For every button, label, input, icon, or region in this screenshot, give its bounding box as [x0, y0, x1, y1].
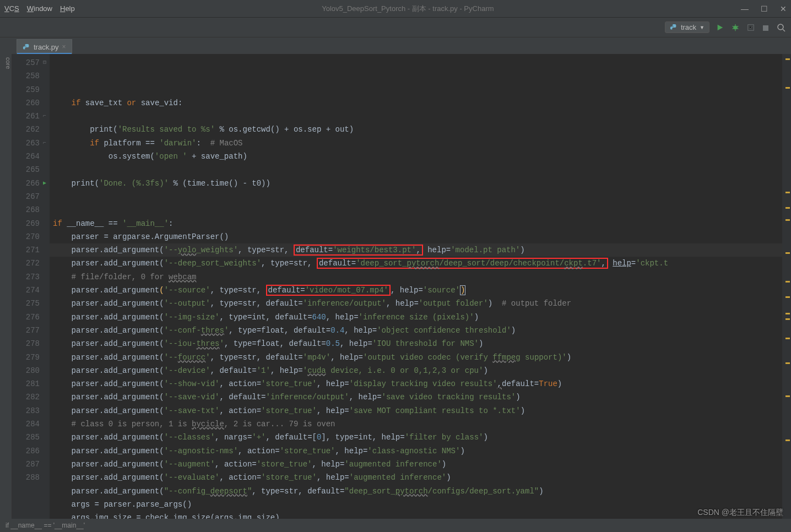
svg-rect-3: [763, 25, 768, 31]
editor[interactable]: 2572582592602612622632642652662672682692…: [12, 54, 791, 519]
run-config-name: track: [681, 23, 696, 31]
side-tool-label[interactable]: core: [0, 54, 12, 519]
line-gutter: 2572582592602612622632642652662672682692…: [12, 54, 50, 519]
run-icon[interactable]: [716, 23, 724, 32]
titlebar: VCS Window Help Yolov5_DeepSort_Pytorch …: [0, 0, 791, 18]
chevron-down-icon: ▼: [700, 25, 705, 30]
watermark: CSDN @老王且不住隔壁: [697, 508, 783, 518]
code-area[interactable]: if save_txt or save_vid: print('Results …: [50, 54, 782, 519]
menu-window[interactable]: Window: [27, 4, 52, 13]
coverage-icon[interactable]: [747, 23, 755, 32]
breadcrumb-bar: if __name__ == '__main__': [0, 519, 791, 532]
maximize-icon[interactable]: ☐: [761, 4, 768, 13]
close-icon[interactable]: ✕: [780, 4, 787, 13]
tab-label: track.py: [34, 43, 59, 51]
tab-close-icon[interactable]: ×: [62, 43, 66, 51]
menu-vcs[interactable]: VCS: [4, 4, 19, 13]
stop-icon[interactable]: [762, 23, 769, 31]
marker-strip[interactable]: [782, 54, 791, 519]
toolbar: track ▼: [0, 18, 791, 37]
debug-icon[interactable]: [732, 23, 739, 32]
svg-point-4: [778, 24, 783, 30]
window-title: Yolov5_DeepSort_Pytorch - 副本 - track.py …: [75, 4, 741, 14]
editor-main: core 25725825926026126226326426526626726…: [0, 54, 791, 519]
window-controls: ― ☐ ✕: [741, 4, 787, 13]
svg-point-0: [672, 25, 673, 25]
run-config-dropdown[interactable]: track ▼: [665, 21, 709, 34]
minimize-icon[interactable]: ―: [741, 4, 749, 13]
svg-point-1: [734, 26, 738, 30]
search-icon[interactable]: [777, 23, 785, 32]
breadcrumb[interactable]: if __name__ == '__main__': [6, 522, 85, 529]
menubar: VCS Window Help: [4, 4, 75, 13]
editor-tabs: track.py ×: [0, 37, 791, 54]
python-file-icon: [23, 42, 30, 51]
menu-help[interactable]: Help: [60, 4, 75, 13]
tab-track-py[interactable]: track.py ×: [17, 39, 72, 54]
python-icon: [670, 23, 678, 32]
